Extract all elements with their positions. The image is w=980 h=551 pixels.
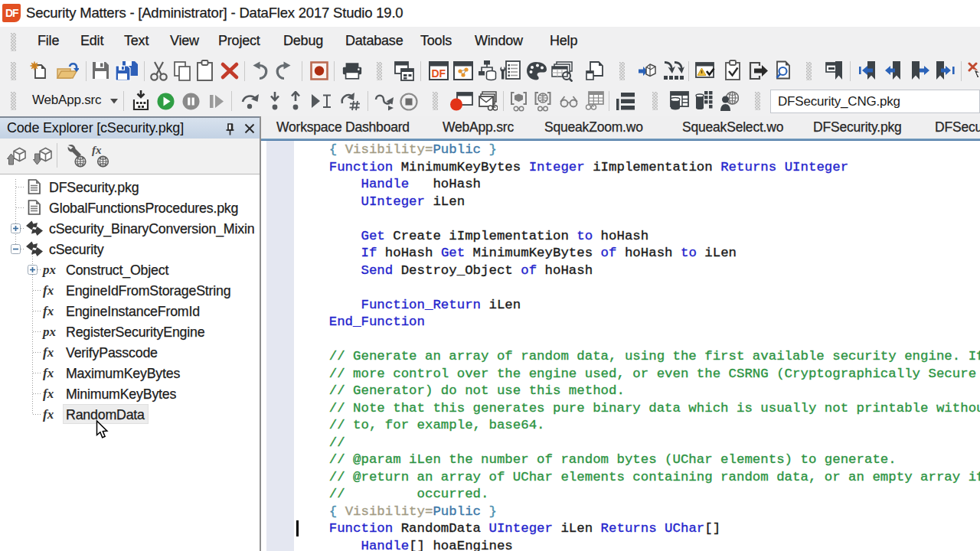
svg-text:fx: fx <box>92 144 102 156</box>
svg-text:DF: DF <box>432 67 446 80</box>
